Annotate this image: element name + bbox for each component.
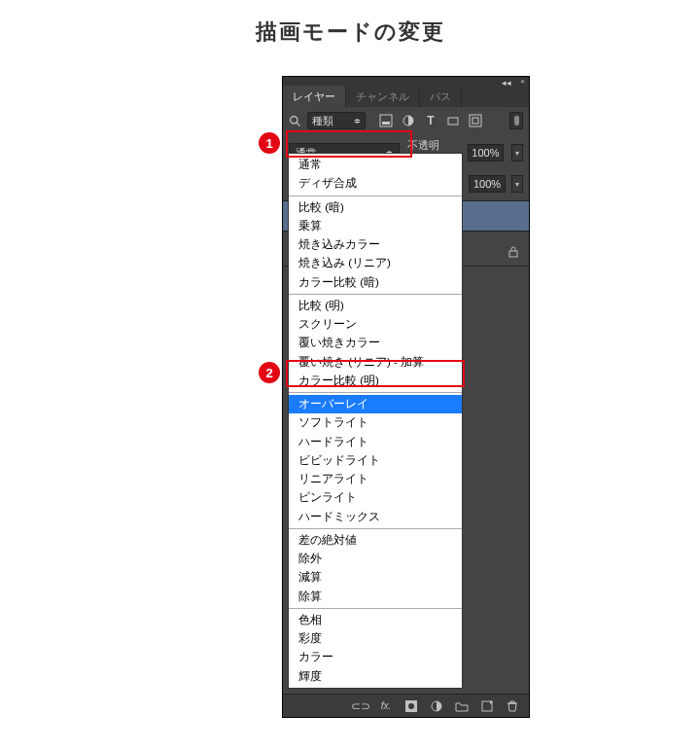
blend-mode-option[interactable]: 減算: [289, 568, 462, 587]
svg-line-1: [297, 123, 299, 125]
filter-toggle[interactable]: [509, 112, 523, 129]
blend-mode-option[interactable]: リニアライト: [289, 470, 462, 488]
trash-icon[interactable]: [506, 699, 519, 713]
opacity-field[interactable]: 100%: [468, 144, 504, 161]
filter-row: 種類 ≑ T: [283, 107, 529, 134]
blend-mode-option[interactable]: ピンライト: [289, 488, 462, 507]
panel-tabs: レイヤー チャンネル パス: [283, 86, 529, 107]
tab-channels[interactable]: チャンネル: [346, 86, 420, 108]
blend-mode-option[interactable]: ソフトライト: [289, 413, 462, 432]
blend-mode-option[interactable]: カラー比較 (明): [289, 372, 462, 390]
filter-kind-select[interactable]: 種類 ≑: [307, 112, 366, 129]
blend-mode-option[interactable]: 比較 (暗): [289, 198, 462, 217]
blend-mode-option[interactable]: ディザ合成: [289, 174, 462, 193]
blend-mode-option[interactable]: 除外: [289, 550, 462, 568]
panel-footer: ⊂⊃ fx.: [283, 694, 529, 717]
svg-rect-3: [382, 122, 390, 125]
blend-mode-option[interactable]: カラー: [289, 648, 462, 666]
tab-paths[interactable]: パス: [420, 86, 462, 108]
blend-mode-option[interactable]: 焼き込みカラー: [289, 235, 462, 254]
page-title: 描画モードの変更: [0, 0, 700, 66]
lock-icon: [508, 245, 519, 263]
annotation-marker-2: 2: [259, 362, 280, 383]
svg-point-0: [291, 116, 298, 123]
blend-mode-option[interactable]: 彩度: [289, 629, 462, 648]
group-icon[interactable]: [455, 699, 469, 713]
fill-field[interactable]: 100%: [469, 175, 506, 193]
blend-mode-option[interactable]: ハードライト: [289, 433, 462, 451]
blend-mode-dropdown[interactable]: 通常ディザ合成比較 (暗)乗算焼き込みカラー焼き込み (リニア)カラー比較 (暗…: [288, 153, 463, 689]
filter-shape-icon[interactable]: [446, 114, 460, 127]
blend-mode-option[interactable]: カラー比較 (暗): [289, 273, 462, 292]
svg-rect-13: [509, 251, 517, 257]
search-icon[interactable]: [289, 115, 301, 127]
filter-smart-icon[interactable]: [469, 114, 482, 127]
svg-rect-5: [448, 118, 458, 125]
new-layer-icon[interactable]: [480, 699, 494, 713]
blend-mode-option[interactable]: 除算: [289, 588, 462, 606]
tab-layers[interactable]: レイヤー: [283, 86, 346, 108]
blend-mode-option[interactable]: 色相: [289, 611, 462, 629]
svg-rect-2: [380, 115, 392, 126]
svg-point-15: [408, 703, 414, 709]
mask-icon[interactable]: [404, 699, 418, 713]
blend-mode-option[interactable]: 輝度: [289, 667, 462, 686]
blend-mode-option[interactable]: ビビッドライト: [289, 451, 462, 470]
blend-mode-option[interactable]: ハードミックス: [289, 508, 462, 526]
blend-mode-option[interactable]: 乗算: [289, 217, 462, 235]
blend-mode-option[interactable]: 差の絶対値: [289, 531, 462, 550]
close-icon[interactable]: ×: [520, 77, 525, 86]
blend-mode-option[interactable]: スクリーン: [289, 315, 462, 334]
filter-type-icon[interactable]: T: [424, 114, 438, 127]
link-icon[interactable]: ⊂⊃: [354, 699, 368, 713]
adjustment-icon[interactable]: [430, 699, 443, 713]
chevron-updown-icon: ≑: [354, 117, 361, 125]
fx-icon[interactable]: fx.: [379, 699, 393, 713]
svg-rect-7: [472, 118, 478, 124]
svg-rect-6: [470, 115, 481, 126]
blend-mode-option[interactable]: 比較 (明): [289, 297, 462, 315]
filter-pixel-icon[interactable]: [379, 114, 393, 127]
filter-adjust-icon[interactable]: [402, 114, 415, 127]
blend-mode-option[interactable]: 覆い焼き (リニア) - 加算: [289, 353, 462, 372]
blend-mode-option[interactable]: オーバーレイ: [289, 395, 462, 413]
opacity-stepper[interactable]: ▾: [511, 144, 523, 161]
filter-kind-label: 種類: [312, 114, 333, 128]
panel-header-bar: ◂◂ ×: [283, 77, 529, 86]
fill-stepper[interactable]: ▾: [511, 175, 523, 193]
blend-mode-option[interactable]: 焼き込み (リニア): [289, 254, 462, 272]
collapse-icon[interactable]: ◂◂: [502, 78, 511, 88]
blend-mode-option[interactable]: 覆い焼きカラー: [289, 334, 462, 352]
annotation-marker-1: 1: [259, 132, 280, 154]
blend-mode-option[interactable]: 通常: [289, 156, 462, 174]
